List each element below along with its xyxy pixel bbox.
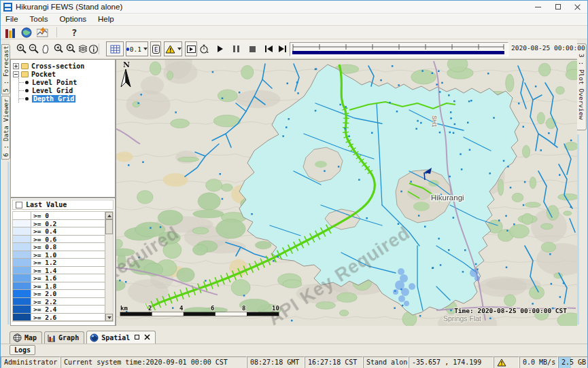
menu-help[interactable]: Help [97,14,120,24]
legend-label: >= 2.0 [31,290,105,297]
legend-row[interactable]: >= 2.0 [13,290,105,298]
legend-row[interactable]: >= 1.8 [13,282,105,291]
legend-row[interactable]: >= 1.6 [13,274,105,282]
legend-label: >= 0 [31,212,105,219]
legend-swatch [13,298,31,306]
logs-tab[interactable]: Logs [10,345,35,355]
legend-row[interactable]: >= 0.4 [13,227,105,236]
status-warning-cell[interactable] [494,356,519,368]
layers-icon[interactable] [77,41,88,56]
map-view[interactable]: API Key Required API Key Required SH1 Hi… [116,59,577,326]
legend-swatch [13,243,31,251]
svg-text:4: 4 [179,305,184,312]
bottom-tab-bar: Map Graph Spatial [1,331,587,344]
right-scroll-hint [577,134,579,325]
legend-row[interactable]: >= 2.8 [13,321,105,322]
expander-minus-icon[interactable] [13,71,19,77]
expander-plus-icon[interactable] [13,63,19,69]
scroll-down-icon[interactable] [105,314,113,321]
zoom-out-icon[interactable] [28,41,39,56]
globe-icon[interactable] [20,26,33,38]
legend-row[interactable]: >= 2.6 [13,314,105,322]
legend-swatch [13,267,31,274]
legend-row[interactable]: >= 0.2 [13,220,105,228]
status-memory: 2.5 GB [558,356,588,368]
minimize-button[interactable] [528,1,548,13]
exit-panel-icon[interactable]: E [150,41,161,56]
help-icon[interactable]: ? [71,27,77,38]
node-bullet-icon [25,97,29,100]
zoom-in-icon[interactable] [16,41,27,56]
legend-list: >= 0>= 0.2>= 0.4>= 0.6>= 0.8>= 1.0>= 1.2… [13,212,105,322]
legend-scrollbar[interactable] [105,212,113,321]
warning-dropdown-button[interactable] [164,41,182,56]
menu-file[interactable]: File [4,14,24,24]
legend-row[interactable]: >= 1.2 [13,259,105,267]
last-value-checkbox[interactable] [16,202,22,208]
map-canvas: API Key Required API Key Required SH1 Hi… [116,60,577,326]
play-icon[interactable] [214,41,226,56]
maximize-button[interactable] [548,1,568,13]
info-icon[interactable] [88,41,99,56]
right-tab-strip: 3 : Plot Overview [576,39,587,326]
tree-item-cross-section[interactable]: Cross-section [13,62,115,70]
close-button[interactable] [568,1,587,13]
skip-end-icon[interactable] [277,41,288,56]
timeseries-chart-icon[interactable] [36,26,50,38]
tree-item-level-point[interactable]: Level Point [19,78,115,86]
data-tree-panel[interactable]: Cross-section Pocket Level Point Level G… [10,59,116,198]
zoom-previous-icon[interactable] [52,41,64,56]
legend-row[interactable]: >= 1.0 [13,251,105,259]
legend-label: >= 1.4 [31,267,105,274]
tree-item-depth-grid[interactable]: Depth Grid [19,94,115,103]
time-slider-rail [290,43,506,56]
stop-icon[interactable] [247,41,258,56]
app-icon [3,3,12,12]
tab-data-viewer[interactable]: 6 : Data Viewer [1,96,10,160]
tab-plot-overview[interactable]: 3 : Plot Overview [576,43,587,130]
work-area: 5 : Forecast 6 : Data Viewer 3 : Plot Ov… [1,39,587,326]
tree-item-pocket[interactable]: Pocket [13,70,115,78]
interval-dropdown[interactable]: 0.1 [126,41,148,56]
close-panel-button[interactable] [144,334,150,342]
legend-label: >= 1.2 [31,259,105,266]
timer-icon[interactable] [198,41,210,56]
tab-spatial[interactable]: Spatial [86,331,156,344]
legend-label: >= 2.6 [31,314,105,321]
area-label: Springs Flat [443,314,481,323]
tab-graph[interactable]: Graph [44,331,84,344]
pause-icon[interactable] [230,41,242,56]
legend-row[interactable]: >= 1.4 [13,267,105,275]
grid-toggle-button[interactable] [106,41,124,56]
menu-options[interactable]: Options [58,14,92,24]
legend-row[interactable]: >= 2.4 [13,306,105,314]
time-slider[interactable] [290,42,508,56]
status-mode: Stand alone [363,356,409,368]
database-icon[interactable] [3,26,17,38]
interval-dot-icon [126,48,129,51]
legend-label: >= 2.2 [31,298,105,306]
legend-label: >= 2.8 [31,321,105,322]
tree-item-level-grid[interactable]: Level Grid [19,86,115,94]
legend-swatch [13,212,31,219]
folder-icon [21,71,29,77]
legend-row[interactable]: >= 0 [13,212,105,220]
legend-row[interactable]: >= 2.2 [13,298,105,306]
legend-label: >= 0.8 [31,243,105,251]
legend-row[interactable]: >= 0.6 [13,236,105,244]
menu-tools[interactable]: Tools [29,14,54,24]
scroll-up-icon[interactable] [105,212,113,219]
tab-forecast[interactable]: 5 : Forecast [1,44,10,94]
legend-row[interactable]: >= 0.8 [13,243,105,251]
tab-map[interactable]: Map [10,331,42,344]
tree-item-label: Level Grid [32,87,73,94]
maximize-panel-button[interactable] [135,334,139,341]
zoom-next-icon[interactable] [65,41,76,56]
animation-player-icon[interactable] [185,41,197,56]
scroll-thumb[interactable] [105,219,113,234]
skip-start-icon[interactable] [263,41,275,56]
pan-hand-icon[interactable] [40,41,52,56]
node-bullet-icon [25,81,29,84]
last-value-row[interactable]: Last Value [12,200,114,210]
legend-label: >= 1.0 [31,251,105,259]
